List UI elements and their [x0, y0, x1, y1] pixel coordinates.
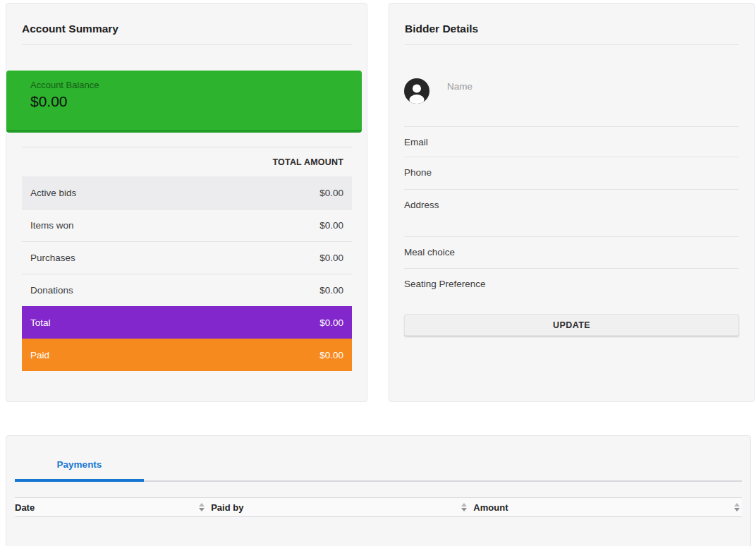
column-header-paid-by[interactable]: Paid by — [207, 498, 469, 516]
bidder-field-seating-preference: Seating Preference — [404, 269, 739, 301]
summary-row-label: Donations — [30, 285, 73, 296]
column-header-amount[interactable]: Amount — [469, 498, 742, 516]
summary-table: Active bids $0.00 Items won $0.00 Purcha… — [22, 176, 352, 371]
account-balance-value: $0.00 — [30, 93, 362, 110]
summary-row-purchases: Purchases $0.00 — [22, 241, 352, 274]
account-balance-box: Account Balance $0.00 — [6, 71, 362, 133]
payments-panel: Payments Date Paid by Amount — [6, 435, 751, 546]
summary-row-label: Active bids — [30, 188, 76, 198]
sort-icon — [461, 502, 468, 512]
summary-row-label: Paid — [30, 350, 49, 360]
account-balance-label: Account Balance — [30, 80, 362, 90]
divider — [22, 44, 352, 45]
summary-row-active-bids: Active bids $0.00 — [22, 176, 352, 209]
bidder-field-email: Email — [404, 127, 739, 157]
person-avatar-icon — [404, 78, 429, 104]
summary-row-label: Total — [30, 317, 51, 328]
summary-row-label: Purchases — [30, 253, 75, 263]
sort-icon — [733, 502, 740, 512]
column-header-label: Amount — [473, 502, 508, 513]
bidder-field-meal-choice: Meal choice — [404, 237, 739, 269]
summary-row-items-won: Items won $0.00 — [22, 209, 352, 241]
bidder-details-title: Bidder Details — [389, 4, 754, 35]
summary-row-amount: $0.00 — [319, 253, 343, 263]
payments-tabs-bar: Payments — [15, 452, 742, 482]
column-header-label: Paid by — [211, 502, 243, 513]
summary-row-paid: Paid $0.00 — [22, 339, 352, 371]
account-summary-card: Account Summary Account Balance $0.00 TO… — [6, 3, 367, 402]
update-button[interactable]: UPDATE — [404, 314, 739, 336]
total-amount-column-header: TOTAL AMOUNT — [22, 147, 352, 176]
bidder-name-field: Name — [447, 81, 472, 92]
payments-table-header: Date Paid by Amount — [15, 497, 742, 517]
column-header-date[interactable]: Date — [15, 498, 207, 516]
bidder-field-phone: Phone — [404, 157, 739, 190]
summary-row-amount: $0.00 — [319, 350, 343, 360]
bidder-detail-rows: Email Phone Address Meal choice Seating … — [404, 127, 739, 301]
bidder-field-address: Address — [404, 190, 739, 237]
summary-row-label: Items won — [30, 220, 74, 231]
divider — [405, 44, 739, 45]
bidder-details-card: Bidder Details Name Email Phone Address … — [389, 3, 755, 402]
account-summary-title: Account Summary — [6, 4, 367, 35]
column-header-label: Date — [15, 502, 35, 513]
summary-row-amount: $0.00 — [319, 285, 343, 296]
sort-icon — [198, 502, 205, 512]
bidder-profile-row: Name — [404, 78, 739, 127]
summary-row-total: Total $0.00 — [22, 306, 352, 339]
summary-row-amount: $0.00 — [319, 317, 343, 328]
tab-payments[interactable]: Payments — [15, 452, 144, 482]
summary-row-donations: Donations $0.00 — [22, 274, 352, 306]
summary-row-amount: $0.00 — [319, 188, 343, 198]
summary-row-amount: $0.00 — [319, 220, 343, 231]
